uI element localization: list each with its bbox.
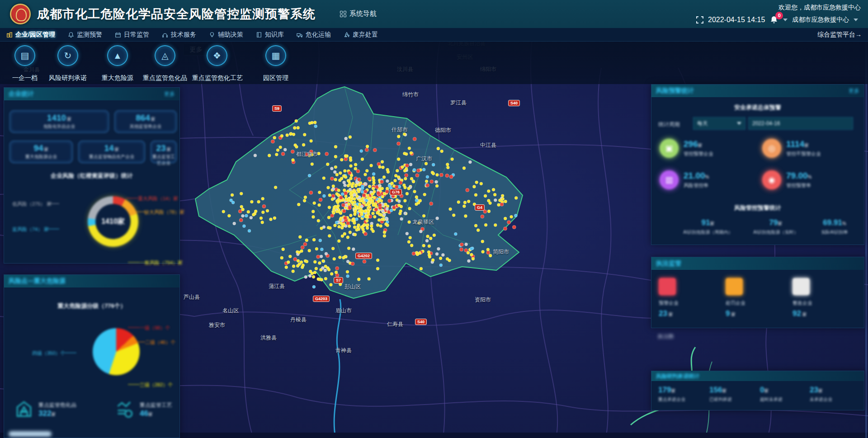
nav-item-1[interactable]: 监测预警 [61, 28, 108, 42]
more-link[interactable]: 更多 [849, 87, 859, 95]
rstat-text: 21.00%风险管控率 [684, 171, 709, 189]
map-label-资阳市: 资阳市 [475, 296, 491, 304]
rstat-unit: 家 [804, 143, 809, 148]
mini-stat-1: 79家AI识别危险源（实时） [749, 218, 803, 235]
map-label-芦山县: 芦山县 [184, 293, 200, 301]
metric-text: 重点监管危化品322家 [38, 401, 76, 418]
nav-item-label: 知识库 [265, 31, 284, 39]
mini-stat-0: 91家AI识别危险源（周期内） [670, 218, 746, 235]
rstat-0: ▣296家管控预警企业 [660, 139, 713, 158]
stat-value: 864家 [115, 113, 176, 123]
rstat-unit: 家 [698, 143, 703, 148]
nav-item-5[interactable]: 知识库 [250, 28, 290, 42]
rstat-value: 21.00% [684, 171, 709, 181]
metric-1: 重点监管工艺46家 [115, 400, 172, 419]
legend-line [47, 229, 59, 229]
donut-legend-0: 低风险（275） 家 [12, 201, 52, 207]
date-input[interactable]: 2022-04-16 [748, 117, 853, 130]
system-nav-link[interactable]: 系统导航 [340, 9, 377, 18]
commit-label: 重点承诺企业 [658, 396, 706, 403]
notification-bell[interactable]: 0 [769, 15, 778, 24]
chevron-down-icon[interactable] [783, 19, 788, 21]
legend-line [65, 353, 76, 353]
stat-box-process[interactable]: 23家重点监管工艺企业 [151, 141, 177, 163]
map-label-龙泉驿区: 龙泉驿区 [412, 218, 434, 226]
map-label-简阳市: 简阳市 [493, 248, 509, 256]
book-icon [256, 32, 262, 38]
rstat-value: 1114家 [786, 139, 821, 149]
stat-box-chem[interactable]: 1410家危险化学品企业 [9, 110, 109, 133]
org-dropdown[interactable]: 成都市应急救援中心 [792, 16, 849, 24]
nav-item-2[interactable]: 日常监管 [108, 28, 156, 42]
donut-legend-2: 重大风险（14）家 [138, 195, 178, 202]
map-label-丹棱县: 丹棱县 [290, 316, 307, 324]
subnav-item-label: 风险研判承诺 [43, 74, 93, 82]
rstat-3: ◉79.00%管控预警率 [762, 170, 811, 189]
stat-box-hazard[interactable]: 94家重大危险源企业 [9, 141, 73, 163]
rstat-label: 管控不预警企业 [786, 151, 821, 157]
app-logo [10, 4, 31, 24]
map-label-彭山区: 彭山区 [344, 283, 361, 291]
commit-item-2: 0家超时未承诺 [760, 386, 807, 403]
subnav-item-3[interactable]: ◬重点监管危化品 [140, 45, 190, 82]
rstat-value: 296家 [684, 139, 713, 149]
commit-unit: 家 [722, 388, 726, 393]
stat-unit: 家 [44, 147, 49, 152]
major-hazard-panel: 风险点—重大危险源 重大危险源分级（776个）四级（350）个一级（98）个二级… [4, 274, 180, 438]
road-badge-S9: S9 [272, 105, 282, 112]
building-icon [6, 32, 13, 38]
subnav-item-0[interactable]: ▤一企一档 [0, 45, 50, 82]
period-select[interactable]: 每天 [693, 117, 745, 130]
rstat-unit: % [705, 174, 709, 179]
stat-label: 危险化学品企业 [10, 123, 108, 130]
panel-content: 179家重点承诺企业156家已研判承诺0家超时未承诺23家未承诺企业 [651, 381, 864, 410]
panel-title: 风险点—重大危险源 [9, 277, 66, 285]
commit-unit: 家 [764, 388, 769, 393]
map-label-罗江县: 罗江县 [450, 99, 467, 107]
scrollbar[interactable] [865, 42, 867, 438]
datetime: 2022-04-15 14:15 [708, 16, 765, 24]
enforce-label: 整改企业 [793, 300, 812, 306]
stat-box-material[interactable]: 14家重点监管物品生产企业 [78, 141, 145, 163]
header-right: 2022-04-15 14:15 0 成都市应急救援中心 [696, 15, 858, 24]
subnav-item-4[interactable]: ❖重点监管危化工艺 [192, 45, 242, 82]
rstat-icon: ◎ [762, 139, 781, 158]
commit-label: 已研判承诺 [709, 396, 757, 403]
stat-box-other[interactable]: 864家其他监管类企业 [114, 110, 177, 133]
process-flow-icon [115, 400, 135, 419]
hazard-pie-chart [93, 328, 140, 375]
nav-item-4[interactable]: 辅助决策 [203, 28, 250, 42]
road-badge-G4203: G4203 [313, 296, 330, 302]
archive-icon: ▤ [14, 45, 35, 66]
stat-unit: 家 [115, 147, 119, 152]
nav-item-7[interactable]: 废弃处置 [337, 28, 384, 42]
park-icon: ▦ [265, 45, 286, 66]
subnav-item-5[interactable]: ▦园区管理 [251, 45, 301, 82]
chevron-down-icon[interactable] [854, 19, 858, 21]
subnav-item-2[interactable]: ▲重大危险源 [93, 45, 142, 82]
platform-link[interactable]: 综合监管平台→ [817, 28, 862, 42]
more-link[interactable]: 更多 [164, 90, 175, 98]
nav-item-label: 日常监管 [124, 31, 149, 39]
fullscreen-icon[interactable] [696, 16, 703, 24]
subnav-item-1[interactable]: ↻风险研判承诺 [43, 45, 93, 82]
nav-item-0[interactable]: 企业/园区管理 [0, 28, 61, 42]
subnav-item-label: 重大危险源 [93, 74, 142, 82]
road-badge-S40: S40 [415, 319, 427, 325]
truck-icon [297, 32, 303, 38]
nav-item-6[interactable]: 危化运输 [290, 28, 337, 42]
nav-item-3[interactable]: 技术服务 [156, 28, 203, 42]
subnav-item-label: 一企一档 [0, 74, 50, 82]
commitment-icon: ↻ [57, 45, 78, 66]
mini-value: 91家 [670, 218, 746, 227]
mini-label: AI识别危险源（实时） [749, 229, 803, 235]
rstat-icon: ▣ [660, 139, 679, 158]
enforce-unit: 家 [801, 312, 807, 317]
metric-label: 重点监管危化品 [38, 401, 76, 409]
recycle-icon [344, 32, 350, 38]
metric-value: 322家 [38, 409, 76, 418]
subnav-item-label: 重点监管危化品 [140, 74, 190, 82]
mini-unit: % [842, 221, 846, 226]
page-title: 成都市化工危险化学品安全风险管控监测预警系统 [37, 6, 316, 22]
enforce-icon [726, 278, 743, 295]
